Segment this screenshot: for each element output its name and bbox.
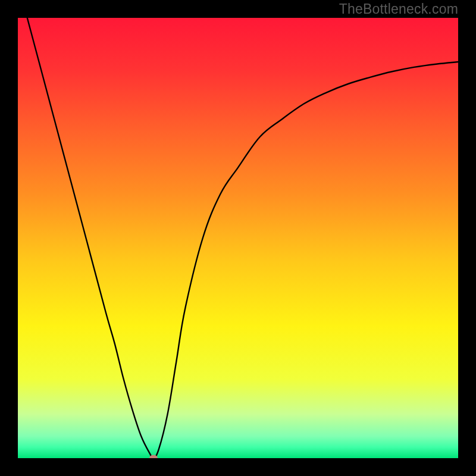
plot-area	[18, 18, 458, 458]
curve-layer	[18, 18, 458, 458]
optimal-point-marker	[149, 455, 158, 459]
bottleneck-curve	[18, 18, 458, 458]
watermark-text: TheBottleneck.com	[339, 1, 458, 17]
chart-container: TheBottleneck.com	[0, 0, 476, 476]
